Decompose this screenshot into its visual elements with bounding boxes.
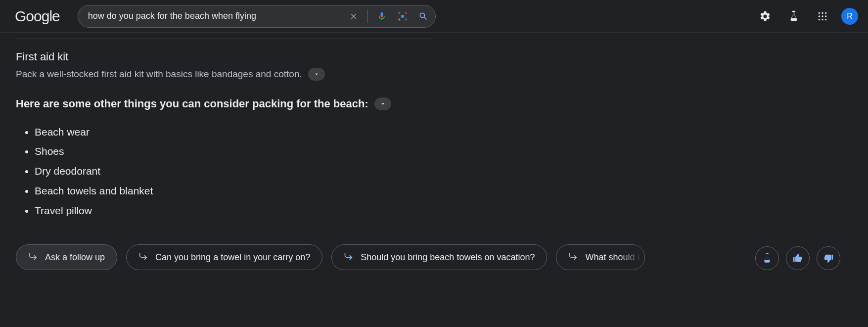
main-content: First aid kit Pack a well-stocked first …	[0, 33, 435, 221]
svg-point-3	[825, 12, 826, 13]
chip-label: Should you bring beach towels on vacatio…	[361, 252, 535, 263]
list-item: Beach wear	[35, 122, 435, 142]
expand-icon[interactable]	[308, 68, 325, 81]
subhead-text: Here are some other things you can consi…	[16, 97, 368, 110]
search-bar[interactable]	[78, 5, 436, 28]
svg-point-9	[825, 19, 826, 20]
followup-chip[interactable]: Should you bring beach towels on vacatio…	[331, 244, 547, 270]
divider	[16, 39, 432, 39]
section-title: First aid kit	[16, 50, 435, 63]
labs-feedback-button[interactable]	[755, 246, 779, 270]
clear-icon[interactable]	[348, 10, 360, 22]
search-bar-icons	[348, 9, 429, 23]
settings-icon[interactable]	[755, 6, 775, 26]
svg-point-8	[822, 19, 823, 20]
followup-chip[interactable]: Can you bring a towel in your carry on?	[126, 244, 322, 270]
section-body: Pack a well-stocked first aid kit with b…	[16, 67, 435, 82]
apps-icon[interactable]	[813, 6, 832, 26]
labs-icon[interactable]	[784, 6, 804, 26]
svg-point-5	[822, 15, 823, 17]
list-item: Beach towels and blanket	[35, 181, 435, 201]
feedback-row	[755, 246, 840, 270]
thumbs-down-button[interactable]	[817, 246, 840, 270]
list-item: Travel pillow	[35, 201, 435, 221]
section-body-text: Pack a well-stocked first aid kit with b…	[16, 67, 302, 82]
svg-point-7	[819, 19, 820, 20]
followup-chip[interactable]: What should I p	[556, 244, 645, 270]
svg-point-4	[819, 15, 820, 17]
list-item: Dry deodorant	[35, 161, 435, 181]
subhead: Here are some other things you can consi…	[16, 97, 435, 110]
mic-icon[interactable]	[376, 10, 388, 22]
lens-icon[interactable]	[397, 10, 409, 22]
chip-label: Can you bring a towel in your carry on?	[155, 252, 310, 263]
ask-followup-button[interactable]: Ask a follow up	[16, 244, 117, 270]
account-avatar[interactable]: R	[841, 8, 858, 25]
expand-icon[interactable]	[374, 97, 391, 110]
packing-list: Beach wear Shoes Dry deodorant Beach tow…	[16, 122, 435, 221]
header-right: R	[755, 6, 858, 26]
followup-arrow-icon	[344, 251, 354, 264]
followup-row: Ask a follow up Can you bring a towel in…	[16, 244, 868, 270]
header: Google R	[0, 0, 868, 33]
followup-arrow-icon	[138, 251, 148, 264]
list-item: Shoes	[35, 141, 435, 161]
followup-arrow-icon	[568, 251, 578, 264]
svg-point-1	[819, 12, 820, 13]
search-icon[interactable]	[417, 10, 429, 22]
svg-point-2	[822, 12, 823, 13]
search-input[interactable]	[88, 11, 348, 21]
chip-label: Ask a follow up	[45, 252, 105, 263]
chip-label: What should I p	[585, 252, 645, 263]
followup-arrow-icon	[28, 251, 38, 264]
thumbs-up-button[interactable]	[786, 246, 810, 270]
divider	[367, 9, 368, 23]
svg-point-6	[825, 15, 826, 17]
svg-point-0	[401, 14, 404, 17]
google-logo[interactable]: Google	[15, 8, 60, 25]
